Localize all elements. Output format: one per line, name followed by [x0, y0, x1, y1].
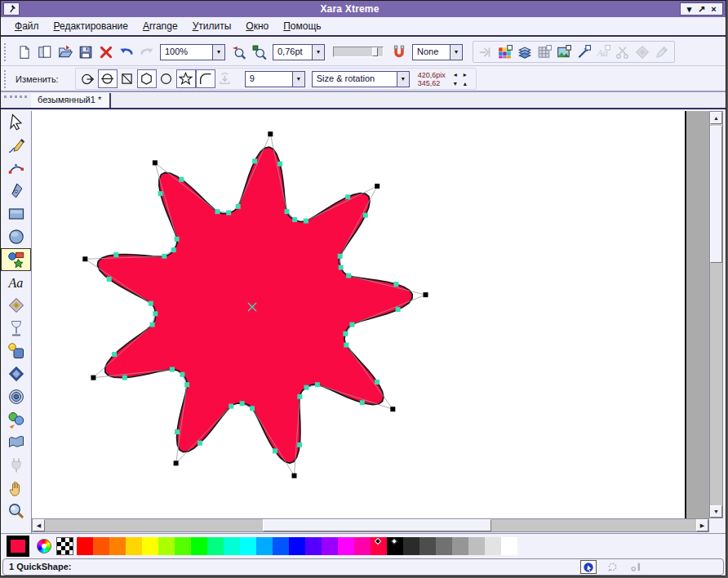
undo-button[interactable]: [116, 42, 136, 62]
curve-control-handle[interactable]: [396, 307, 401, 312]
curve-control-handle[interactable]: [170, 367, 175, 372]
curve-control-handle[interactable]: [158, 191, 163, 196]
curve-control-handle[interactable]: [229, 404, 233, 409]
curve-control-handle[interactable]: [360, 400, 365, 405]
toolbar-grip[interactable]: [4, 43, 10, 61]
mould-tool[interactable]: [1, 431, 31, 454]
star-point-handle[interactable]: [174, 460, 179, 465]
open-button[interactable]: [55, 42, 75, 62]
curve-control-handle[interactable]: [297, 442, 302, 447]
quickshape-tool[interactable]: [1, 248, 31, 271]
curve-control-handle[interactable]: [175, 237, 180, 242]
palette-swatch[interactable]: [77, 537, 93, 555]
horizontal-scroll-thumb[interactable]: [263, 519, 491, 531]
save-button[interactable]: [75, 42, 95, 62]
rectangle-tool[interactable]: [1, 202, 31, 225]
sides-value[interactable]: 9: [246, 72, 292, 87]
curve-control-handle[interactable]: [112, 352, 117, 357]
window-menu-button[interactable]: [3, 2, 20, 16]
clipart-gallery-button[interactable]: [554, 42, 574, 61]
menu-item-arrange[interactable]: Arrange: [135, 18, 185, 34]
star-point-handle[interactable]: [424, 292, 428, 297]
blend-tool[interactable]: [1, 408, 31, 431]
edit-mode-value[interactable]: Size & rotation: [313, 72, 397, 87]
contour-tool[interactable]: [1, 385, 31, 408]
curve-control-handle[interactable]: [252, 158, 257, 163]
scroll-up-button[interactable]: ▲: [710, 112, 722, 124]
palette-swatch[interactable]: [387, 537, 403, 555]
curve-control-handle[interactable]: [315, 382, 320, 387]
toolbox-grip[interactable]: [4, 96, 27, 99]
transparency-tool[interactable]: [1, 317, 31, 340]
curve-control-handle[interactable]: [226, 211, 231, 216]
edit-mode-combo-dropdown[interactable]: ▾: [397, 72, 409, 87]
menu-item-utilities[interactable]: Утилиты: [185, 18, 239, 34]
menu-item-edit[interactable]: Редактирование: [47, 18, 135, 34]
zoom-combo-dropdown[interactable]: ▾: [212, 45, 224, 60]
toolbar-grip[interactable]: [4, 70, 10, 88]
curve-control-handle[interactable]: [153, 311, 158, 316]
palette-swatch[interactable]: [126, 537, 142, 555]
palette-swatch[interactable]: [354, 537, 371, 555]
star-point-handle[interactable]: [268, 131, 273, 136]
curve-control-handle[interactable]: [198, 441, 202, 446]
palette-swatch[interactable]: [240, 537, 256, 555]
palette-swatch[interactable]: [273, 537, 289, 555]
quickshape-polygon-button[interactable]: [137, 69, 157, 88]
curve-control-handle[interactable]: [150, 322, 155, 327]
palette-swatch[interactable]: [501, 537, 517, 555]
palette-swatch[interactable]: [191, 537, 207, 555]
color-editor-icon[interactable]: [37, 539, 51, 554]
curve-control-handle[interactable]: [250, 406, 255, 411]
close-button[interactable]: ×: [708, 3, 720, 15]
feather-value[interactable]: None: [413, 45, 450, 60]
no-color-swatch[interactable]: [56, 537, 73, 555]
quickshape-rounded-button[interactable]: [196, 69, 215, 88]
palette-swatch[interactable]: [452, 537, 468, 555]
zoom-tool[interactable]: [1, 500, 31, 522]
star-point-handle[interactable]: [292, 474, 297, 478]
selector-tool[interactable]: [1, 111, 31, 134]
zoom-value[interactable]: 100%: [161, 45, 212, 60]
star-point-handle[interactable]: [153, 160, 158, 165]
bitmap-gallery-button[interactable]: [535, 42, 554, 61]
scroll-right-button[interactable]: ▶: [696, 519, 708, 531]
curve-control-handle[interactable]: [363, 213, 368, 218]
palette-swatch[interactable]: [93, 537, 109, 555]
star-point-handle[interactable]: [82, 256, 87, 261]
palette-swatch[interactable]: [436, 537, 452, 555]
shape-editor-tool[interactable]: [1, 157, 31, 180]
curve-control-handle[interactable]: [349, 322, 354, 327]
curve-control-handle[interactable]: [344, 343, 348, 348]
document-tab[interactable]: безымянный1 *: [31, 93, 111, 108]
curve-control-handle[interactable]: [273, 448, 277, 453]
sides-combo-dropdown[interactable]: ▾: [292, 72, 304, 87]
new-document-button[interactable]: [14, 42, 34, 62]
vertical-scrollbar[interactable]: ▲ ▼: [709, 111, 723, 518]
palette-swatch[interactable]: [322, 537, 338, 555]
curve-control-handle[interactable]: [184, 382, 189, 387]
text-tool[interactable]: Aa: [1, 271, 31, 294]
nudge-up-button[interactable]: ▴: [460, 79, 470, 88]
curve-control-handle[interactable]: [277, 162, 282, 167]
line-width-combo-dropdown[interactable]: ▾: [312, 45, 324, 60]
star-point-handle[interactable]: [91, 376, 95, 380]
live-drag-indicator[interactable]: [580, 560, 597, 574]
curve-control-handle[interactable]: [343, 331, 348, 336]
push-tool[interactable]: [1, 477, 31, 500]
curve-control-handle[interactable]: [393, 282, 398, 287]
curve-control-handle[interactable]: [292, 217, 297, 222]
delete-button[interactable]: [95, 42, 116, 62]
curve-control-handle[interactable]: [345, 194, 350, 199]
zoom-to-drawing-button[interactable]: [249, 42, 269, 62]
curve-control-handle[interactable]: [339, 265, 344, 270]
bevel-tool[interactable]: [1, 362, 31, 385]
feather-slider[interactable]: [333, 47, 384, 57]
curve-control-handle[interactable]: [346, 273, 351, 278]
shadow-tool[interactable]: [1, 340, 31, 362]
maximize-button[interactable]: ↗: [695, 3, 708, 15]
star-point-handle[interactable]: [375, 184, 380, 189]
ellipse-tool[interactable]: [1, 225, 31, 248]
curve-control-handle[interactable]: [236, 204, 241, 209]
curve-control-handle[interactable]: [113, 252, 118, 257]
